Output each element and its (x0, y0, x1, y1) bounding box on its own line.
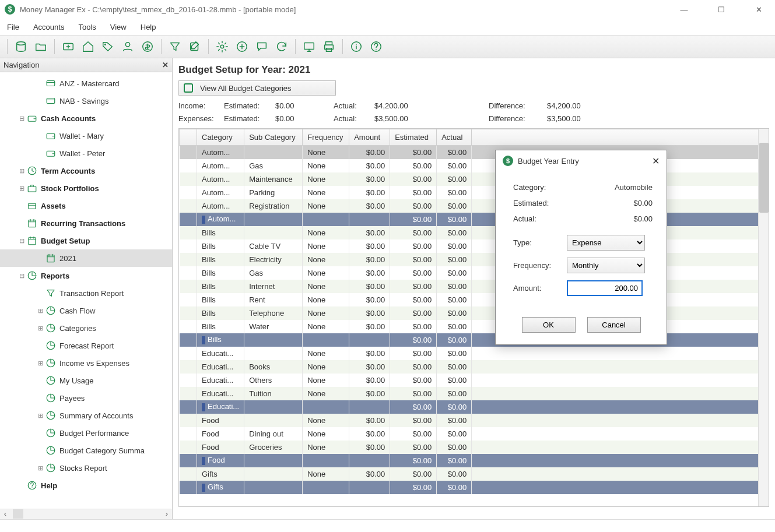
table-row[interactable]: BillsElectricityNone$0.00$0.00$0.00 (180, 253, 769, 266)
navigation-tree[interactable]: ANZ - MastercardNAB - Savings⊟Cash Accou… (0, 72, 172, 509)
expand-icon[interactable]: ⊞ (36, 325, 44, 332)
minimize-button[interactable]: — (672, 5, 696, 14)
nav-item-budget-performance[interactable]: Budget Performance (0, 424, 172, 442)
home-icon[interactable] (79, 38, 97, 55)
info-icon[interactable] (348, 38, 365, 55)
navigation-close-icon[interactable]: ✕ (162, 61, 169, 69)
table-row[interactable]: Autom...MaintenanceNone$0.00$0.00$0.00 (180, 172, 769, 186)
table-row[interactable]: GiftsNone$0.00$0.00$0.00 (180, 467, 769, 481)
dialog-titlebar[interactable]: $ Budget Year Entry ✕ (496, 150, 667, 171)
nav-item-budget-setup[interactable]: ⊟Budget Setup (0, 232, 172, 249)
table-row[interactable]: Autom...$0.00$0.00 (180, 213, 769, 226)
table-row[interactable]: Autom...None$0.00$0.00$0.00 (180, 146, 769, 159)
dlg-cancel-button[interactable]: Cancel (587, 317, 641, 333)
settings-icon[interactable] (213, 38, 231, 55)
nav-item-term-accounts[interactable]: ⊞Term Accounts (0, 162, 172, 179)
nav-item-transaction-report[interactable]: Transaction Report (0, 284, 172, 302)
nav-item-cash-accounts[interactable]: ⊟Cash Accounts (0, 110, 172, 127)
checkbox-icon[interactable] (184, 83, 193, 93)
expand-icon[interactable]: ⊟ (17, 272, 26, 280)
nav-item-anz-mastercard[interactable]: ANZ - Mastercard (0, 75, 172, 92)
currency-icon[interactable] (139, 38, 156, 55)
table-row[interactable]: Educati...OthersNone$0.00$0.00$0.00 (180, 374, 769, 387)
nav-item-summary-of-accounts[interactable]: ⊞Summary of Accounts (0, 407, 172, 424)
nav-item-assets[interactable]: Assets (0, 197, 172, 214)
edit-icon[interactable] (186, 38, 204, 55)
expand-icon[interactable]: ⊞ (36, 360, 44, 367)
comment-icon[interactable] (253, 38, 271, 55)
col-header[interactable]: Amount (349, 129, 390, 146)
filter-icon[interactable] (166, 38, 184, 55)
dlg-ok-button[interactable]: OK (522, 317, 576, 333)
nav-item-nab-savings[interactable]: NAB - Savings (0, 92, 172, 110)
table-row[interactable]: BillsCable TVNone$0.00$0.00$0.00 (180, 239, 769, 253)
user-icon[interactable] (119, 38, 136, 55)
tag-icon[interactable] (99, 38, 117, 55)
monitor-icon[interactable] (300, 38, 318, 55)
nav-item-forecast-report[interactable]: Forecast Report (0, 337, 172, 354)
print-icon[interactable] (320, 38, 338, 55)
dlg-amount-input[interactable] (567, 280, 643, 296)
table-row[interactable]: FoodGroceriesNone$0.00$0.00$0.00 (180, 441, 769, 454)
table-row[interactable]: BillsGasNone$0.00$0.00$0.00 (180, 266, 769, 280)
table-row[interactable]: Food$0.00$0.00 (180, 454, 769, 467)
expand-icon[interactable]: ⊞ (36, 412, 44, 420)
table-row[interactable]: FoodNone$0.00$0.00$0.00 (180, 414, 769, 427)
nav-item-my-usage[interactable]: My Usage (0, 372, 172, 389)
budget-grid[interactable]: CategorySub CategoryFrequencyAmountEstim… (178, 128, 769, 507)
table-row[interactable]: BillsRentNone$0.00$0.00$0.00 (180, 293, 769, 306)
view-all-budget-button[interactable]: View All Budget Categories (178, 80, 336, 96)
db-icon[interactable] (12, 38, 30, 55)
nav-item-stock-portfolios[interactable]: ⊞Stock Portfolios (0, 179, 172, 197)
nav-item-budget-category-summa[interactable]: Budget Category Summa (0, 442, 172, 459)
col-header[interactable]: Actual (437, 129, 472, 146)
table-row[interactable]: BillsWaterNone$0.00$0.00$0.00 (180, 320, 769, 333)
table-row[interactable]: BillsNone$0.00$0.00$0.00 (180, 226, 769, 239)
col-header[interactable]: Estimated (390, 129, 437, 146)
nav-item-help[interactable]: Help (0, 477, 172, 494)
dialog-close-icon[interactable]: ✕ (652, 156, 660, 167)
expand-icon[interactable]: ⊞ (17, 167, 26, 175)
nav-item-wallet-peter[interactable]: Wallet - Peter (0, 145, 172, 162)
grid-vscroll[interactable] (758, 129, 769, 506)
expand-icon[interactable]: ⊞ (36, 464, 44, 472)
expand-icon[interactable]: ⊞ (36, 307, 44, 315)
refresh-icon[interactable] (273, 38, 290, 55)
table-row[interactable]: Educati...BooksNone$0.00$0.00$0.00 (180, 360, 769, 374)
nav-item-2021[interactable]: 2021 (0, 249, 172, 267)
nav-item-wallet-mary[interactable]: Wallet - Mary (0, 127, 172, 145)
menu-file[interactable]: File (7, 23, 19, 31)
expand-icon[interactable]: ⊟ (17, 115, 26, 122)
nav-item-payees[interactable]: Payees (0, 389, 172, 407)
menu-help[interactable]: Help (141, 23, 156, 31)
menu-accounts[interactable]: Accounts (33, 23, 64, 31)
table-row[interactable]: BillsInternetNone$0.00$0.00$0.00 (180, 280, 769, 293)
help-icon[interactable] (367, 38, 385, 55)
dlg-frequency-select[interactable]: NoneWeeklyMonthlyYearly (567, 258, 645, 273)
nav-item-categories[interactable]: ⊞Categories (0, 319, 172, 337)
expand-icon[interactable]: ⊞ (17, 185, 26, 192)
table-row[interactable]: Educati...TuitionNone$0.00$0.00$0.00 (180, 387, 769, 400)
col-header[interactable]: Sub Category (244, 129, 303, 146)
table-row[interactable]: Autom...RegistrationNone$0.00$0.00$0.00 (180, 199, 769, 213)
menu-view[interactable]: View (110, 23, 127, 31)
folder-icon[interactable] (32, 38, 50, 55)
expand-icon[interactable]: ⊟ (17, 237, 26, 245)
nav-item-recurring-transactions[interactable]: Recurring Transactions (0, 214, 172, 232)
nav-item-reports[interactable]: ⊟Reports (0, 267, 172, 284)
col-header[interactable]: Category (197, 129, 244, 146)
new-account-icon[interactable] (59, 38, 77, 55)
table-row[interactable]: FoodDining outNone$0.00$0.00$0.00 (180, 427, 769, 441)
menu-tools[interactable]: Tools (78, 23, 96, 31)
close-button[interactable]: ✕ (747, 5, 770, 14)
navigation-hscroll[interactable]: ‹› (0, 509, 172, 519)
table-row[interactable]: Educati...None$0.00$0.00$0.00 (180, 347, 769, 360)
table-row[interactable]: Gifts$0.00$0.00 (180, 481, 769, 494)
col-header[interactable]: Frequency (303, 129, 349, 146)
add-icon[interactable] (233, 38, 251, 55)
maximize-button[interactable]: ☐ (710, 5, 733, 14)
nav-item-stocks-report[interactable]: ⊞Stocks Report (0, 459, 172, 477)
table-row[interactable]: Bills$0.00$0.00 (180, 333, 769, 347)
table-row[interactable]: Autom...GasNone$0.00$0.00$0.00 (180, 159, 769, 172)
table-row[interactable]: BillsTelephoneNone$0.00$0.00$0.00 (180, 306, 769, 320)
